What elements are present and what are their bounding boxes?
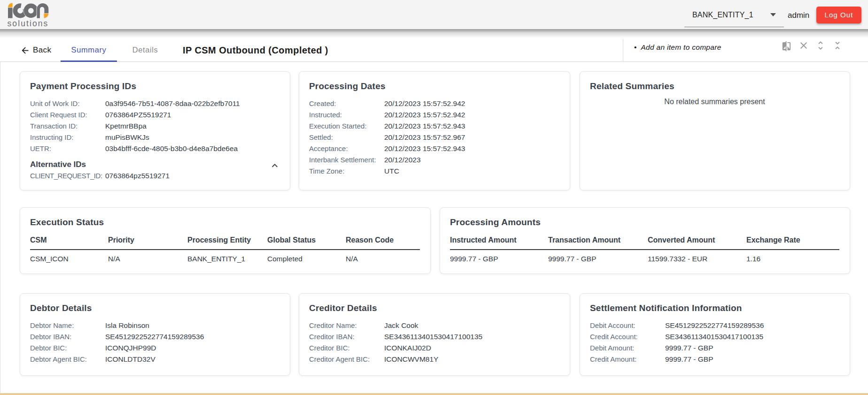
svg-text:solutions: solutions — [8, 19, 48, 28]
